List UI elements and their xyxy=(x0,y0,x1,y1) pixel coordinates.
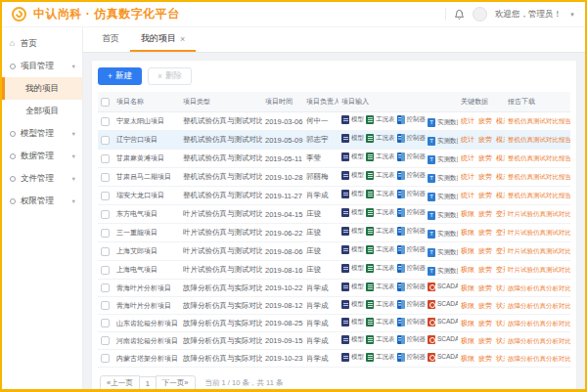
row-checkbox[interactable] xyxy=(101,154,110,163)
key-data-link[interactable]: 疲劳 xyxy=(478,192,492,198)
row-checkbox[interactable] xyxy=(101,319,110,327)
input-file-chip[interactable]: 实测数据 xyxy=(428,248,458,257)
input-file-chip[interactable]: 实测数据 xyxy=(428,174,458,183)
prev-page-button[interactable]: «上一页 xyxy=(100,375,140,391)
input-file-chip[interactable]: 模型 xyxy=(341,115,364,124)
row-checkbox[interactable] xyxy=(101,336,110,345)
key-data-link[interactable]: 疲劳 xyxy=(478,210,492,217)
key-data-link[interactable]: 疲劳 xyxy=(478,355,492,362)
key-data-link[interactable]: 疲劳 xyxy=(478,117,492,124)
key-data-link[interactable]: 疲劳 xyxy=(478,266,492,273)
input-file-chip[interactable]: 工况表 xyxy=(366,318,395,327)
key-data-link[interactable]: 极限 xyxy=(461,284,474,291)
key-data-link[interactable]: 状态 xyxy=(496,320,505,327)
row-checkbox[interactable] xyxy=(101,301,110,310)
report-download-link[interactable]: 故障分析仿真分析对比报告 xyxy=(508,320,570,327)
input-file-chip[interactable]: 模型 xyxy=(341,227,364,236)
tab[interactable]: 首页 xyxy=(91,27,130,52)
key-data-link[interactable]: 疲劳 xyxy=(478,247,492,254)
key-data-link[interactable]: 极限 xyxy=(461,337,474,344)
key-data-link[interactable]: 极限 xyxy=(461,266,474,273)
key-data-link[interactable]: 模态 xyxy=(496,192,505,198)
input-file-chip[interactable]: 控制器 xyxy=(397,300,427,309)
row-checkbox[interactable] xyxy=(101,247,110,256)
key-data-link[interactable]: 疲劳 xyxy=(478,173,492,180)
input-file-chip[interactable]: 工况表 xyxy=(366,190,395,198)
row-checkbox[interactable] xyxy=(101,117,110,126)
tab[interactable]: 我的项目× xyxy=(130,27,196,52)
input-file-chip[interactable]: 控制器 xyxy=(397,208,427,217)
sidebar-item[interactable]: 权限管理▼ xyxy=(2,190,82,212)
key-data-link[interactable]: 极限 xyxy=(461,320,474,327)
row-checkbox[interactable] xyxy=(101,192,110,200)
key-data-link[interactable]: 状态 xyxy=(496,337,505,344)
key-data-link[interactable]: 模态 xyxy=(496,173,505,180)
sidebar-subitem[interactable]: 全部项目 xyxy=(2,100,82,122)
input-file-chip[interactable]: 工况表 xyxy=(366,227,395,236)
welcome-text[interactable]: 欢迎您，管理员！ xyxy=(495,9,562,21)
key-data-link[interactable]: 变形 xyxy=(496,266,505,273)
input-file-chip[interactable]: 模型 xyxy=(341,190,364,198)
key-data-link[interactable]: 极限 xyxy=(461,210,474,217)
input-file-chip[interactable]: 模型 xyxy=(341,171,364,180)
key-data-link[interactable]: 疲劳 xyxy=(478,284,492,291)
input-file-chip[interactable]: 控制器 xyxy=(397,171,427,180)
input-file-chip[interactable]: 工况表 xyxy=(366,134,395,143)
key-data-link[interactable]: 统计 xyxy=(461,154,474,161)
select-all-checkbox[interactable] xyxy=(101,98,110,107)
input-file-chip[interactable]: 实测数据 xyxy=(428,211,458,220)
sidebar-item[interactable]: 数据管理▼ xyxy=(2,145,82,167)
key-data-link[interactable]: 统计 xyxy=(461,173,474,180)
input-file-chip[interactable]: 模型 xyxy=(341,245,364,254)
key-data-link[interactable]: 疲劳 xyxy=(478,337,492,344)
row-checkbox[interactable] xyxy=(101,136,110,145)
key-data-link[interactable]: 极限 xyxy=(461,355,474,362)
page-number-button[interactable]: 1 xyxy=(140,376,156,391)
row-checkbox[interactable] xyxy=(101,283,110,292)
input-file-chip[interactable]: 模型 xyxy=(341,208,364,217)
input-file-chip[interactable]: 模型 xyxy=(341,318,364,327)
input-file-chip[interactable]: 控制器 xyxy=(397,335,427,344)
caret-down-icon[interactable]: ▼ xyxy=(569,12,575,18)
bell-icon[interactable] xyxy=(454,9,465,21)
delete-button[interactable]: × 删除 xyxy=(148,67,192,85)
input-file-chip[interactable]: 实测数据 xyxy=(428,230,458,239)
key-data-link[interactable]: 疲劳 xyxy=(478,229,492,236)
input-file-chip[interactable]: 控制器 xyxy=(397,283,427,291)
key-data-link[interactable]: 状态 xyxy=(496,355,505,362)
row-checkbox[interactable] xyxy=(101,266,110,275)
report-download-link[interactable]: 整机仿真测试对比报告 xyxy=(508,192,570,198)
input-file-chip[interactable]: 模型 xyxy=(341,152,364,161)
input-file-chip[interactable]: 工况表 xyxy=(366,115,395,124)
key-data-link[interactable]: 极限 xyxy=(461,302,474,309)
key-data-link[interactable]: 变形 xyxy=(496,229,505,236)
input-file-chip[interactable]: SCADA数据 xyxy=(428,353,458,362)
input-file-chip[interactable]: 工况表 xyxy=(366,335,395,344)
report-download-link[interactable]: 故障分析仿真分析对比报告 xyxy=(508,284,570,291)
input-file-chip[interactable]: SCADA数据 xyxy=(428,335,458,344)
key-data-link[interactable]: 模态 xyxy=(496,154,505,161)
key-data-link[interactable]: 统计 xyxy=(461,192,474,198)
report-download-link[interactable]: 故障分析仿真分析对比报告 xyxy=(508,337,570,344)
sidebar-item[interactable]: ⌂首页 xyxy=(2,32,82,55)
input-file-chip[interactable]: 模型 xyxy=(341,283,364,291)
input-file-chip[interactable]: 工况表 xyxy=(366,353,395,362)
input-file-chip[interactable]: 工况表 xyxy=(366,264,395,273)
report-download-link[interactable]: 叶片试验仿真测试对比报告 xyxy=(508,266,570,273)
key-data-link[interactable]: 疲劳 xyxy=(478,154,492,161)
input-file-chip[interactable]: 控制器 xyxy=(397,245,427,254)
key-data-link[interactable]: 状态 xyxy=(496,284,505,291)
key-data-link[interactable]: 统计 xyxy=(461,117,474,124)
next-page-button[interactable]: 下一页» xyxy=(156,375,196,391)
key-data-link[interactable]: 变形 xyxy=(496,247,505,254)
report-download-link[interactable]: 叶片试验仿真测试对比报告 xyxy=(508,210,570,217)
input-file-chip[interactable]: 实测数据 xyxy=(428,118,458,127)
report-download-link[interactable]: 故障分析仿真分析对比报告 xyxy=(508,302,570,309)
key-data-link[interactable]: 极限 xyxy=(461,229,474,236)
input-file-chip[interactable]: 控制器 xyxy=(397,152,427,161)
report-download-link[interactable]: 故障分析仿真分析对比报告 xyxy=(508,355,570,362)
input-file-chip[interactable]: 实测数据 xyxy=(428,137,458,146)
input-file-chip[interactable]: 工况表 xyxy=(366,300,395,309)
sidebar-item[interactable]: 文件管理▼ xyxy=(2,167,82,190)
input-file-chip[interactable]: 控制器 xyxy=(397,264,427,273)
